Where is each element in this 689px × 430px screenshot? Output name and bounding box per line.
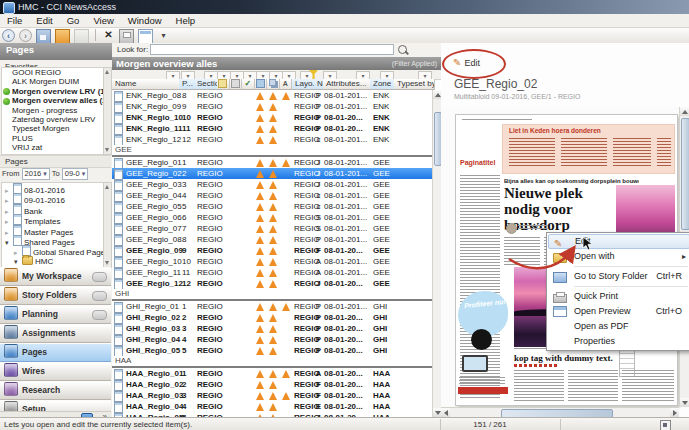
favorite-item[interactable]: Morgen overview LRV (11)	[2, 87, 104, 96]
favorite-item[interactable]: Morgen overview alles (278	[2, 96, 104, 105]
tree-item-shared-pages[interactable]: ▾Shared Pages	[2, 235, 104, 245]
delete-icon[interactable]	[102, 29, 115, 42]
column-header-check-icon[interactable]	[242, 79, 255, 90]
table-row[interactable]: GHI_Regio_022REGIOREGIOP08-01-20...GHI	[112, 312, 432, 323]
context-menu-item-open-preview[interactable]: Open PreviewCtrl+O	[548, 304, 689, 319]
context-menu-item-edit[interactable]: Edit	[548, 234, 689, 249]
column-header-zone[interactable]: Zone	[370, 79, 397, 90]
table-row[interactable]: GEE_Regio_055REGIOREGIOc08-01-201...GEE	[112, 201, 432, 212]
sidebar-item-story-folders[interactable]: Story Folders	[0, 286, 111, 305]
sidebar-item-assignments[interactable]: Assignments	[0, 324, 111, 343]
table-row[interactable]: GEE_Regio_077REGIOREGIOS08-01-201...GEE	[112, 223, 432, 234]
tree-item-templates[interactable]: ▸Templates	[2, 214, 104, 224]
table-row[interactable]: GHI_Regio_011REGIOREGIOP08-01-201...GHI	[112, 301, 432, 312]
layout-icon[interactable]	[138, 29, 153, 44]
menu-go[interactable]: Go	[60, 14, 87, 28]
sidebar-item-wires[interactable]: Wires	[0, 362, 111, 381]
column-header-typeset[interactable]: Typeset by	[394, 79, 435, 90]
edit-icon[interactable]	[74, 29, 89, 44]
group-label: GHI	[112, 289, 129, 298]
menu-item-label: Open Preview	[574, 306, 631, 316]
context-menu-item-go-to-story-folder[interactable]: Go to Story FolderCtrl+R	[548, 269, 689, 284]
table-row[interactable]: GEE_Regio_066REGIOREGIOS08-01-201...GEE	[112, 212, 432, 223]
cell-zone: HAA	[373, 401, 390, 412]
search-icon[interactable]	[398, 45, 407, 54]
cell-section: REGIO	[197, 201, 223, 212]
column-header-text-icon[interactable]	[280, 79, 293, 90]
table-row[interactable]: GEE_Regio_022REGIOREGIOJ08-01-201...GEE	[112, 168, 432, 179]
table-row[interactable]: GEE_Regio_1010REGIOREGIOA08-01-201...GEE	[112, 256, 432, 267]
context-menu-item-open-with[interactable]: Open with	[548, 249, 689, 264]
save-icon[interactable]	[36, 29, 51, 44]
collapse-icon[interactable]: ▾	[5, 238, 13, 248]
sidebar-item-research[interactable]: Research	[0, 381, 111, 400]
column-header-note-icon[interactable]	[217, 79, 230, 90]
menu-help[interactable]: Help	[169, 14, 203, 28]
table-row[interactable]: GEE_Regio_1212REGIOREGIOJ08-01-20...GEE	[112, 278, 432, 289]
column-header-layers-icon[interactable]	[267, 79, 280, 90]
table-row[interactable]: ENK_Regio_1111REGIOREGIOP08-01-20...ENK	[112, 123, 432, 134]
favorite-item[interactable]: Typeset Morgen	[2, 124, 104, 133]
scroll-left-icon[interactable]	[441, 408, 450, 417]
folder-icon	[22, 256, 33, 265]
table-row[interactable]: GEE_Regio_099REGIOREGIOF08-01-20...GEE	[112, 245, 432, 256]
favorite-item[interactable]: ALK Morgen DUIM	[2, 77, 104, 86]
table-row[interactable]: GEE_Regio_011REGIOREGIOJ08-01-201...GEE	[112, 157, 432, 168]
menu-view[interactable]: View	[86, 14, 120, 28]
column-header-name[interactable]: Name	[112, 79, 182, 90]
table-row[interactable]: HAA_Regio_022REGIOREGIOF08-01-20...HAA	[112, 379, 432, 390]
sidebar-item-planning[interactable]: Planning	[0, 305, 111, 324]
table-row[interactable]: ENK_Regio_099REGIOREGIOP08-01-201...ENK	[112, 101, 432, 112]
scroll-up-icon[interactable]	[680, 107, 689, 116]
menu-window[interactable]: Window	[121, 14, 169, 28]
tree-item-global-shared-pages[interactable]: ▸Global Shared Pages	[2, 245, 104, 255]
table-row[interactable]: HAA_Regio_011REGIOREGIOA08-01-20...HAA	[112, 368, 432, 379]
sidebar-item-my-workspace[interactable]: My Workspace	[0, 267, 111, 286]
table-row[interactable]: GEE_Regio_033REGIOREGIOJ08-01-201...GEE	[112, 179, 432, 190]
favorite-item[interactable]: GOOI REGIO	[2, 68, 104, 77]
context-menu-item-properties[interactable]: Properties	[548, 334, 689, 349]
table-row[interactable]: GHI_Regio_044REGIOREGIOP08-01-20...GHI	[112, 334, 432, 345]
forward-icon[interactable]	[19, 29, 32, 42]
tree-scrollbar[interactable]	[103, 182, 112, 268]
from-date-dropdown[interactable]: 2016	[22, 168, 50, 180]
favorite-item[interactable]: VRIJ zat	[2, 143, 104, 152]
statusbar-grip-icon[interactable]	[660, 420, 671, 430]
table-row[interactable]: ENK_Regio_088REGIOREGIOP08-01-201...ENK	[112, 90, 432, 101]
column-header-image-icon[interactable]	[255, 79, 268, 90]
pages-section-splitter[interactable]: Pages	[0, 155, 111, 168]
print-icon[interactable]	[119, 29, 134, 44]
open-icon[interactable]	[55, 29, 70, 44]
context-menu-item-quick-print[interactable]: Quick Print	[548, 289, 689, 304]
date-range-bar: From 2016 To 09-0	[2, 168, 110, 180]
column-header-date[interactable]: Attributes...	[323, 79, 373, 90]
table-row[interactable]: ENK_Regio_1010REGIOREGIOP08-01-20...ENK	[112, 112, 432, 123]
search-input[interactable]	[150, 44, 394, 55]
table-row[interactable]: HAA_Regio_044REGIOREGIOE08-01-20...HAA	[112, 401, 432, 412]
menu-file[interactable]: File	[0, 14, 29, 28]
menu-edit[interactable]: Edit	[29, 14, 59, 28]
tree-item-08-01-2016[interactable]: ▸08-01-2016	[2, 183, 104, 193]
collapse-icon[interactable]: ▾	[14, 257, 22, 267]
table-row[interactable]: GHI_Regio_055REGIOREGIOP08-01-20...GHI	[112, 345, 432, 356]
favorite-item[interactable]: Morgen - progress	[2, 106, 104, 115]
column-header-info-icon[interactable]	[230, 79, 243, 90]
toolbar-dropdown-icon[interactable]	[157, 29, 170, 42]
favorite-item[interactable]: PLUS	[2, 134, 104, 143]
tree-item-09-01-2016[interactable]: ▸09-01-2016	[2, 193, 104, 203]
favorites-scrollbar[interactable]	[103, 67, 112, 155]
table-row[interactable]: GHI_Regio_033REGIOREGIOP08-01-20...GHI	[112, 323, 432, 334]
back-icon[interactable]	[2, 29, 15, 42]
table-row[interactable]: GEE_Regio_044REGIOREGIOc08-01-201...GEE	[112, 190, 432, 201]
sidebar-item-pages[interactable]: Pages	[0, 343, 111, 362]
tree-item-master-pages[interactable]: ▸Master Pages	[2, 225, 104, 235]
table-row[interactable]: GEE_Regio_1111REGIOREGIOA08-01-201...GEE	[112, 267, 432, 278]
table-row[interactable]: ENK_Regio_1212REGIOREGIOc08-01-201...ENK	[112, 134, 432, 145]
scroll-down-icon[interactable]	[680, 398, 689, 407]
table-row[interactable]: HAA_Regio_033REGIOREGIOF08-01-20...HAA	[112, 390, 432, 401]
favorite-item[interactable]: Zaterdag overview LRV	[2, 115, 104, 124]
table-row[interactable]: GEE_Regio_088REGIOREGIOP08-01-201...GEE	[112, 234, 432, 245]
scroll-right-icon[interactable]	[670, 408, 679, 417]
context-menu-item-open-as-pdf[interactable]: Open as PDF	[548, 319, 689, 334]
to-date-dropdown[interactable]: 09-0	[62, 168, 89, 180]
